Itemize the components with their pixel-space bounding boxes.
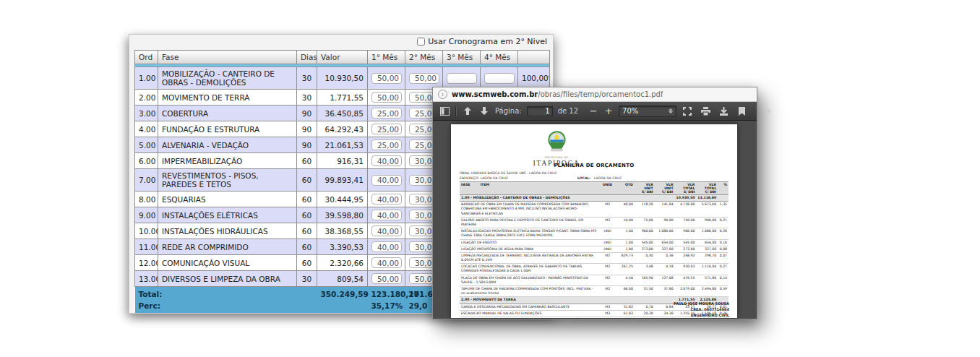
item-qtd: 1,00 — [616, 246, 635, 252]
item-description: LIGAÇÃO PROVISÓRIA DE ÁGUA PARA OBRA — [460, 246, 599, 252]
item-description: INSTALA/LIGACAO PROVISORIA ELETRICA BAIX… — [460, 228, 599, 239]
header-qtd: QTD — [616, 182, 635, 195]
item-qtd: 40,00 — [616, 202, 635, 218]
mes1-input[interactable] — [371, 108, 402, 119]
item-qtd: 10,00 — [616, 217, 635, 228]
engineer-name: PAULO JOSE MOURA SOUSA — [674, 301, 729, 307]
zoom-value: 70% — [622, 107, 638, 115]
header-unid: UNID — [599, 182, 615, 195]
mes1-input[interactable] — [371, 73, 402, 84]
item-vlr-total-sdbi: 750,00 — [675, 217, 697, 228]
item-vlr-total-cdbi: 327,60 — [696, 246, 718, 252]
row-valor: 64.292,43 — [317, 121, 368, 137]
item-vlr-total-cdbi: 298,70 — [696, 252, 718, 263]
orcamento-item-row: LIGAÇÃO PROVISÓRIA DE ÁGUA PARA OBRA UND… — [460, 246, 728, 252]
row-valor: 38.368,55 — [317, 223, 368, 239]
toolbar-overflow-icon[interactable] — [762, 106, 773, 117]
screenshot-canvas: { "cronograma": { "checkbox_label": "Usa… — [0, 0, 980, 357]
page-down-icon[interactable] — [478, 106, 490, 117]
mes1-input[interactable] — [371, 210, 402, 220]
zoom-out-button[interactable]: − — [588, 106, 598, 116]
zoom-select[interactable]: 70% — [619, 106, 676, 117]
mes1-input[interactable] — [371, 92, 402, 103]
mes1-input[interactable] — [371, 194, 402, 205]
mes1-input[interactable] — [371, 175, 402, 186]
mes1-input[interactable] — [371, 241, 402, 252]
row-valor: 30.444,95 — [317, 192, 368, 207]
item-vlr-total-sdbi: 476,55 — [675, 275, 697, 285]
header-fase-item: FASEITEM — [460, 182, 599, 195]
orcamento-item-row: GALPÃO ABERTO PARA OFICINA E DEPÓSITO DE… — [460, 217, 728, 228]
mes1-input[interactable] — [371, 139, 402, 150]
item-vlr-unit-cdbi: 24,36 — [655, 310, 675, 317]
mes2-input[interactable] — [409, 73, 439, 84]
header-percent: % — [718, 182, 728, 195]
row-dias: 60 — [297, 192, 317, 207]
item-qtd: 66,00 — [616, 286, 635, 297]
presentation-mode-icon[interactable] — [682, 106, 693, 117]
row-dias: 90 — [297, 137, 317, 153]
item-vlr-unit-sdbi: 3,48 — [635, 264, 655, 275]
row-fase: MOVIMENTO DE TERRA — [158, 90, 297, 106]
item-description: ESCAVACAO MANUAL DE VALAS OU FUNDAÇÕES — [460, 310, 599, 317]
mes3-input[interactable] — [447, 73, 477, 84]
item-unid: M2 — [599, 202, 615, 218]
col-header-mes1: 1° Mês — [368, 51, 405, 64]
item-qtd: 267,25 — [616, 264, 635, 275]
mes1-input[interactable] — [371, 273, 402, 284]
zoom-in-button[interactable]: + — [603, 106, 614, 116]
row-dias: 60 — [297, 169, 317, 192]
sidebar-toggle-icon[interactable] — [439, 106, 450, 117]
item-vlr-total-sdbi: 545,00 — [675, 239, 697, 246]
item-vlr-total-sdbi: 900,00 — [675, 228, 697, 239]
page-number-input[interactable] — [527, 106, 553, 116]
row-ord: 5.00 — [135, 137, 158, 153]
page-info-icon[interactable]: i — [438, 90, 447, 99]
bookmark-icon[interactable] — [736, 106, 747, 117]
header-vlr-total-sdbi: VLR TOTALS/ DBI — [675, 182, 697, 195]
local-value: LAGOA DA CRUZ — [594, 176, 622, 180]
item-unid: M3 — [599, 310, 615, 317]
row-fase: INSTALAÇÕES ELÉTRICAS — [158, 207, 297, 223]
download-icon[interactable] — [718, 106, 729, 117]
row-ord: 10.00 — [135, 223, 158, 239]
item-vlr-unit-cdbi: 127,08 — [655, 275, 675, 285]
row-fase: IMPERMEABILIZAÇÃO — [158, 153, 297, 169]
item-percent: 0,16 — [718, 239, 728, 246]
item-percent: 0,26 — [718, 228, 728, 239]
address-bar[interactable]: i www.scmweb.com.br/obras/files/temp/orc… — [433, 87, 757, 102]
pdf-content-area[interactable]: PREFEITURA DE ITAPIPOCA PLANILHA DE ORÇA… — [433, 121, 757, 319]
row-dias: 60 — [297, 207, 317, 223]
item-vlr-unit-cdbi: 141,84 — [655, 202, 675, 218]
row-dias: 30 — [297, 90, 317, 106]
usar-cronograma-checkbox[interactable] — [417, 38, 425, 46]
item-vlr-total-sdbi: 2.079,00 — [675, 286, 697, 297]
mes4-input[interactable] — [484, 73, 515, 84]
orcamento-header-row: FASEITEM UNID QTD VLR UNITS/ DBI VLR UNI… — [460, 182, 728, 195]
row-ord: 8.00 — [135, 192, 158, 207]
orcamento-item-row: TAPUME DE CHAPA DE MADEIRA COMPENSADA CO… — [460, 286, 728, 297]
row-valor: 36.450,85 — [317, 106, 368, 121]
page-up-icon[interactable] — [462, 106, 473, 117]
row-ord: 9.00 — [135, 207, 158, 223]
mes1-input[interactable] — [371, 225, 402, 236]
print-icon[interactable] — [700, 106, 711, 117]
item-description: LOCACAO CONVENCIONAL DE OBRA, ATRAVES DE… — [460, 264, 599, 275]
section-total-cdbi: 13.116,60 — [696, 195, 718, 202]
row-fase: MOBILIZAÇÃO - CANTEIRO DE OBRAS - DEMOLI… — [158, 67, 297, 90]
header-vlr-unit-cdbi: VLR UNITC/ DBI — [655, 182, 675, 195]
row-dias: 60 — [297, 223, 317, 239]
item-vlr-total-sdbi: 4.728,00 — [675, 202, 697, 218]
row-ord: 2.00 — [135, 90, 158, 106]
item-vlr-unit-sdbi: 75,00 — [635, 217, 655, 228]
mes1-input[interactable] — [371, 155, 402, 166]
item-vlr-unit-cdbi: 654,00 — [655, 239, 675, 246]
usar-cronograma-checkbox-row[interactable]: Usar Cronograma em 2° Nivel — [417, 37, 547, 46]
row-dias: 60 — [297, 255, 317, 271]
mes1-input[interactable] — [371, 257, 402, 268]
row-valor: 21.061,53 — [317, 137, 368, 153]
row-fase: INSTALAÇÕES HIDRÁULICAS — [158, 223, 297, 239]
item-qtd: 61,83 — [616, 310, 635, 317]
col-header-mes4: 4° Mês — [481, 51, 518, 64]
mes1-input[interactable] — [371, 124, 402, 134]
